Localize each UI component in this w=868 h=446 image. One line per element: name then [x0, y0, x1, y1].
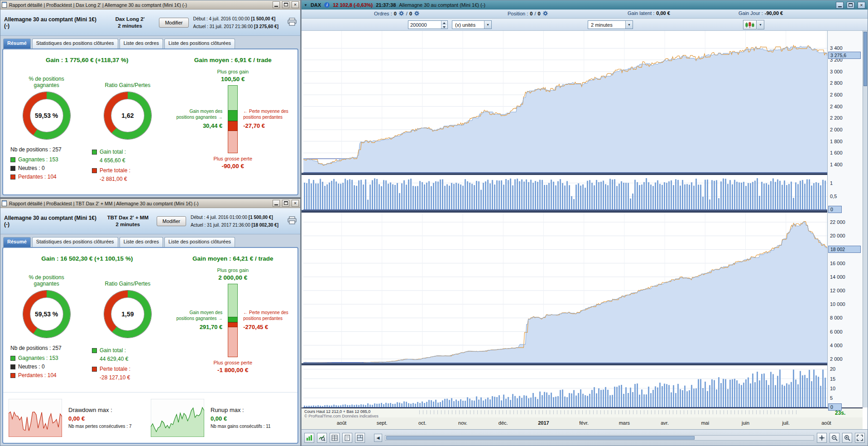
- loss-total-value: -2 881,00 €: [100, 176, 168, 182]
- x-axis-label: oct.: [418, 420, 427, 426]
- backtest-report-window-1: Rapport détaillé | ProBacktest | Dax Lon…: [0, 0, 301, 198]
- tab-statistiques[interactable]: Statistiques des positions clôturées: [32, 237, 118, 247]
- tab-resume[interactable]: Résumé: [3, 39, 31, 48]
- expand-icon[interactable]: [855, 433, 865, 443]
- info-icon[interactable]: i: [324, 2, 330, 8]
- time-axis[interactable]: aoûtsept.oct.nov.déc.2017févr.marsavr.ma…: [302, 417, 863, 429]
- y-axis-label: 2 000: [830, 356, 862, 362]
- avg-loss-bar: [228, 322, 238, 327]
- print-icon[interactable]: [288, 18, 297, 28]
- win-loss-ratio-donut: 1,59: [104, 291, 151, 338]
- minimize-button[interactable]: [273, 1, 280, 8]
- chart-toolbar: (x) unités ▼ 2 minutes ▼ ▼: [302, 19, 868, 31]
- tab-resume[interactable]: Résumé: [3, 237, 31, 247]
- close-button[interactable]: ×: [292, 200, 299, 207]
- max-loss-bar: [228, 121, 238, 153]
- avg-gain-bar: [228, 110, 238, 121]
- report-tabbar: Résumé Statistiques des positions clôtur…: [0, 234, 300, 247]
- last-value-box: 3 275,6: [828, 52, 861, 59]
- max-consecutive-losses: Nb max pertes consécutives : 7: [68, 424, 144, 429]
- chevron-down-icon[interactable]: ▼: [484, 21, 491, 29]
- zoom-in-icon[interactable]: [842, 433, 852, 443]
- losers-swatch: [10, 175, 15, 179]
- gain-average-line: Gain moyen : 64,21 € / trade: [171, 255, 295, 262]
- report-icon: [2, 200, 7, 206]
- crosshair-icon[interactable]: [817, 433, 827, 443]
- desktop: Rapport détaillé | ProBacktest | Dax Lon…: [0, 0, 868, 446]
- price-chart-panel-1[interactable]: [303, 31, 827, 173]
- tab-statistiques[interactable]: Statistiques des positions clôturées: [32, 39, 118, 48]
- y-axis-label: 3 000: [830, 69, 862, 74]
- modify-button[interactable]: Modifier: [157, 216, 186, 226]
- chart-style-button[interactable]: [743, 20, 757, 29]
- chevron-down-icon[interactable]: ▼: [625, 21, 633, 29]
- quantity-input[interactable]: [408, 21, 441, 29]
- report-icon: [2, 2, 7, 8]
- quantity-stepper[interactable]: [441, 21, 447, 29]
- scrollbar-thumb[interactable]: [386, 436, 695, 440]
- report-header: Allemagne 30 au comptant (Mini 1€) (-) T…: [0, 208, 300, 234]
- timeframe-select[interactable]: 2 minutes ▼: [588, 20, 633, 29]
- chevron-down-icon[interactable]: ▼: [757, 20, 764, 29]
- bar-countdown: 23s.: [835, 410, 845, 416]
- instrument-name: Allemagne 30 au comptant (Mini 1€) (-): [4, 215, 99, 228]
- gain-total-line: Gain : 1 775,60 € (+118,37 %): [6, 57, 168, 63]
- volume-panel-1[interactable]: [303, 175, 827, 210]
- summary-panel: Gain : 16 502,30 € (+1 100,15 %) % de po…: [2, 247, 298, 444]
- volume-panel-2[interactable]: [303, 365, 827, 407]
- biggest-loss: Plus grosse perte -90,00 €: [171, 156, 295, 170]
- tab-liste-ordres[interactable]: Liste des ordres: [120, 237, 163, 247]
- gain-total-label: Gain total :: [92, 149, 168, 155]
- notes-icon[interactable]: [342, 433, 352, 443]
- winners-swatch: [10, 356, 15, 361]
- close-button[interactable]: ×: [858, 2, 865, 9]
- layout-icon[interactable]: [355, 433, 365, 443]
- table-icon[interactable]: [330, 433, 340, 443]
- volume-chart[interactable]: [303, 365, 827, 407]
- unit-select[interactable]: (x) unités ▼: [452, 20, 492, 29]
- minimize-button[interactable]: [273, 200, 280, 207]
- chart-search-icon[interactable]: [317, 433, 327, 443]
- close-button[interactable]: ×: [292, 1, 299, 8]
- win-rate-donut: 59,53 %: [23, 291, 70, 338]
- timeframe-icon[interactable]: [304, 433, 314, 443]
- win-loss-ratio-donut: 1,62: [104, 92, 151, 139]
- gear-icon[interactable]: [398, 10, 404, 16]
- y-axis-label: 1 600: [830, 150, 862, 155]
- scrollbar-thumb[interactable]: [863, 32, 867, 86]
- modify-button[interactable]: Modifier: [159, 18, 188, 28]
- y-axis-label: 6 000: [830, 329, 862, 334]
- tab-liste-positions[interactable]: Liste des positions clôturées: [164, 39, 235, 48]
- ratio-value: 1,59: [104, 291, 151, 338]
- equity-chart[interactable]: [303, 31, 827, 173]
- equity-chart[interactable]: [303, 213, 827, 363]
- y-axis-label: 20 000: [830, 233, 862, 238]
- gear-icon[interactable]: [542, 10, 548, 16]
- instrument-dropdown-icon[interactable]: ▼: [304, 3, 307, 7]
- price-chart-panel-2[interactable]: [303, 213, 827, 363]
- loss-total-value: -28 127,10 €: [100, 374, 168, 381]
- scroll-left-button[interactable]: ◀: [374, 434, 382, 442]
- tab-liste-ordres[interactable]: Liste des ordres: [120, 39, 163, 48]
- trade-annotations: [419, 410, 799, 414]
- instrument-name: Allemagne 30 au comptant (Mini 1€) (-): [399, 2, 485, 8]
- average-loss: ← Perte moyenne des positions perdantes …: [243, 109, 295, 129]
- y-axis-label: 20: [830, 366, 862, 372]
- tab-liste-positions[interactable]: Liste des positions clôturées: [164, 237, 235, 247]
- maximize-button[interactable]: [282, 200, 289, 207]
- maximize-button[interactable]: [847, 2, 854, 9]
- zoom-out-icon[interactable]: [830, 433, 839, 443]
- vertical-scrollbar[interactable]: [863, 31, 868, 407]
- gain-swatch: [92, 150, 97, 155]
- horizontal-scrollbar[interactable]: [385, 435, 814, 441]
- loss-swatch: [92, 367, 97, 372]
- window-title: Rapport détaillé | ProBacktest | TBT Dax…: [9, 201, 199, 206]
- y-axis-label: 2 200: [830, 115, 862, 121]
- gear-icon[interactable]: [414, 10, 420, 16]
- maximize-button[interactable]: [282, 1, 289, 8]
- volume-chart[interactable]: [303, 175, 827, 210]
- neutral-swatch: [10, 364, 15, 369]
- avg-loss-bar: [228, 121, 238, 131]
- minimize-button[interactable]: [836, 2, 844, 9]
- print-icon[interactable]: [288, 216, 297, 226]
